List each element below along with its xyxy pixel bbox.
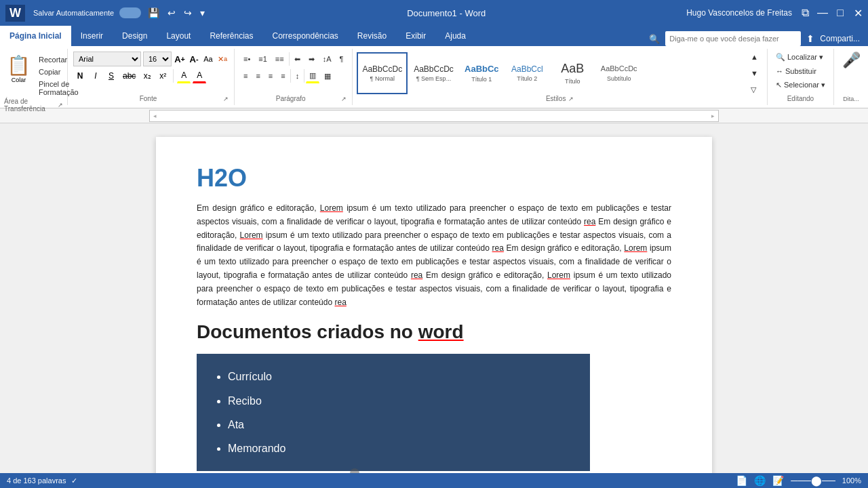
styles-scroll-up[interactable]: ▲ — [747, 52, 762, 64]
rea-underline-1: rea — [584, 217, 595, 226]
paste-button[interactable]: 📋 Colar — [4, 52, 33, 86]
voice-label: Dita... — [843, 96, 859, 102]
subscript-button[interactable]: x₂ — [140, 68, 154, 83]
font-color-button[interactable]: A — [193, 68, 206, 83]
list-item-ata: Ata — [228, 413, 570, 436]
view-normal-button[interactable]: 📄 — [736, 475, 747, 486]
view-web-button[interactable]: 🌐 — [754, 475, 766, 486]
line-spacing-button[interactable]: ↕ — [292, 68, 303, 83]
shading-button[interactable]: ▥ — [306, 68, 319, 83]
view-outline-button[interactable]: 📝 — [772, 475, 784, 486]
zoom-slider[interactable]: ───⬤── — [791, 475, 835, 486]
tab-exibir[interactable]: Exibir — [396, 26, 435, 46]
search-input[interactable] — [665, 31, 801, 46]
justify-button[interactable]: ≡ — [277, 68, 288, 83]
style-titulo-preview: AaB — [561, 62, 584, 77]
multilevel-button[interactable]: ≡≡ — [272, 52, 288, 66]
save-button[interactable]: 💾 — [148, 7, 159, 18]
user-name: Hugo Vasconcelos de Freitas — [686, 8, 792, 18]
proofing-icon[interactable]: ✓ — [71, 476, 77, 485]
paragraph-expand-button[interactable]: ↗ — [341, 96, 347, 102]
tab-ajuda[interactable]: Ajuda — [435, 26, 475, 46]
font-shrink-button[interactable]: A- — [188, 52, 200, 66]
undo-button[interactable]: ↩ — [167, 7, 176, 18]
replace-button[interactable]: ↔ Substituir — [773, 66, 828, 77]
tab-revisao[interactable]: Revisão — [348, 26, 396, 46]
redo-button[interactable]: ↪ — [184, 7, 192, 18]
align-right-button[interactable]: ≡ — [265, 68, 276, 83]
align-center-button[interactable]: ≡ — [252, 68, 263, 83]
paragraph-section-label: Parágrafo — [276, 95, 306, 102]
autosave-toggle[interactable] — [119, 7, 141, 18]
dictate-button[interactable]: 🎤 — [842, 52, 861, 69]
zoom-level: 100% — [842, 476, 861, 485]
more-commands-button[interactable]: ▾ — [200, 7, 205, 18]
lorem-underline-2: Lorem — [240, 230, 263, 240]
borders-button[interactable]: ▦ — [321, 68, 334, 83]
change-case-button[interactable]: Aa — [202, 52, 214, 66]
font-name-select[interactable]: Arial — [73, 52, 141, 66]
bold-button[interactable]: N — [73, 68, 87, 83]
style-subtitulo[interactable]: AaBbCcDc Subtítulo — [596, 52, 642, 94]
tab-pagina-inicial[interactable]: Página Inicial — [0, 26, 71, 46]
document-page: H2O Em design gráfico e editoração, Lore… — [156, 137, 712, 473]
strikethrough-button[interactable]: abc — [120, 68, 138, 83]
style-sem-esp[interactable]: AaBbCcDc ¶ Sem Esp... — [409, 52, 458, 94]
word-count: 4 de 163 palavras — [7, 476, 66, 485]
doc-area[interactable]: H2O Em design gráfico e editoração, Lore… — [0, 123, 868, 473]
body-paragraph: Em design gráfico e editoração, Lorem ip… — [197, 202, 671, 309]
increase-indent-button[interactable]: ➡ — [305, 52, 318, 66]
style-titulo[interactable]: AaB Título — [551, 52, 595, 94]
highlight-button[interactable]: A — [177, 68, 191, 83]
tab-design[interactable]: Design — [113, 26, 157, 46]
select-button[interactable]: ↖ Selecionar ▾ — [773, 79, 828, 91]
tab-inserir[interactable]: Inserir — [71, 26, 113, 46]
minimize-button[interactable]: — — [818, 8, 827, 18]
title-bar-left: W Salvar Automaticamente 💾 ↩ ↪ ▾ — [5, 5, 206, 22]
clipboard-expand[interactable]: ↗ — [58, 102, 63, 108]
lorem-underline-1: Lorem — [320, 203, 343, 213]
font-grow-button[interactable]: A+ — [174, 52, 186, 66]
tab-correspondencias[interactable]: Correspondências — [262, 26, 347, 46]
numbering-button[interactable]: ≡1 — [255, 52, 271, 66]
share-label[interactable]: Comparti... — [820, 34, 860, 43]
bullets-button[interactable]: ≡• — [240, 52, 254, 66]
styles-expand-button[interactable]: ▽ — [747, 82, 762, 95]
styles-scroll-down[interactable]: ▼ — [747, 66, 762, 81]
style-titulo2-label: Título 2 — [517, 75, 537, 82]
font-expand-button[interactable]: ↗ — [223, 96, 229, 102]
show-marks-button[interactable]: ¶ — [336, 52, 347, 66]
clear-format-button[interactable]: ✕a — [216, 52, 229, 66]
tab-referencias[interactable]: Referências — [200, 26, 262, 46]
style-titulo2[interactable]: AaBbCcl Título 2 — [505, 52, 549, 94]
italic-button[interactable]: I — [89, 68, 102, 83]
h2o-heading: H2O — [197, 164, 671, 192]
lorem-underline-3: Lorem — [624, 243, 647, 253]
font-section: Arial 16 A+ A- Aa ✕a N I S abc x₂ x² A A… — [68, 49, 235, 105]
style-titulo1[interactable]: AaBbCc Título 1 — [460, 52, 504, 94]
styles-section: AaBbCcDc ¶ Normal AaBbCcDc ¶ Sem Esp... … — [353, 49, 767, 105]
document-title: Documento1 - Word — [407, 8, 486, 18]
rea-underline-4: rea — [334, 298, 346, 307]
align-left-button[interactable]: ≡ — [240, 68, 251, 83]
font-size-select[interactable]: 16 — [143, 52, 172, 66]
document-list: Currículo Recibo Ata Memorando — [217, 365, 570, 460]
underline-button[interactable]: S — [104, 68, 118, 83]
status-bar: 4 de 163 palavras ✓ 📄 🌐 📝 ───⬤── 100% — [0, 473, 868, 488]
find-button[interactable]: 🔍 Localizar ▾ — [773, 52, 828, 63]
superscript-button[interactable]: x² — [156, 68, 170, 83]
title-bar-right: Hugo Vasconcelos de Freitas ⧉ — □ ✕ — [686, 8, 863, 18]
close-button[interactable]: ✕ — [853, 8, 863, 18]
style-titulo2-preview: AaBbCcl — [511, 64, 543, 74]
restore-icon[interactable]: ⧉ — [800, 8, 810, 18]
font-section-label: Fonte — [140, 95, 157, 102]
sort-button[interactable]: ↕A — [319, 52, 335, 66]
dark-list-container: Currículo Recibo Ata Memorando — [197, 354, 590, 471]
style-normal[interactable]: AaBbCcDc ¶ Normal — [357, 52, 408, 94]
list-item-curriculo: Currículo — [228, 365, 570, 388]
styles-expand-arrow[interactable]: ↗ — [568, 96, 574, 102]
share-icon[interactable]: ⬆ — [806, 33, 814, 44]
tab-layout[interactable]: Layout — [157, 26, 200, 46]
decrease-indent-button[interactable]: ⬅ — [291, 52, 304, 66]
maximize-button[interactable]: □ — [835, 8, 845, 18]
